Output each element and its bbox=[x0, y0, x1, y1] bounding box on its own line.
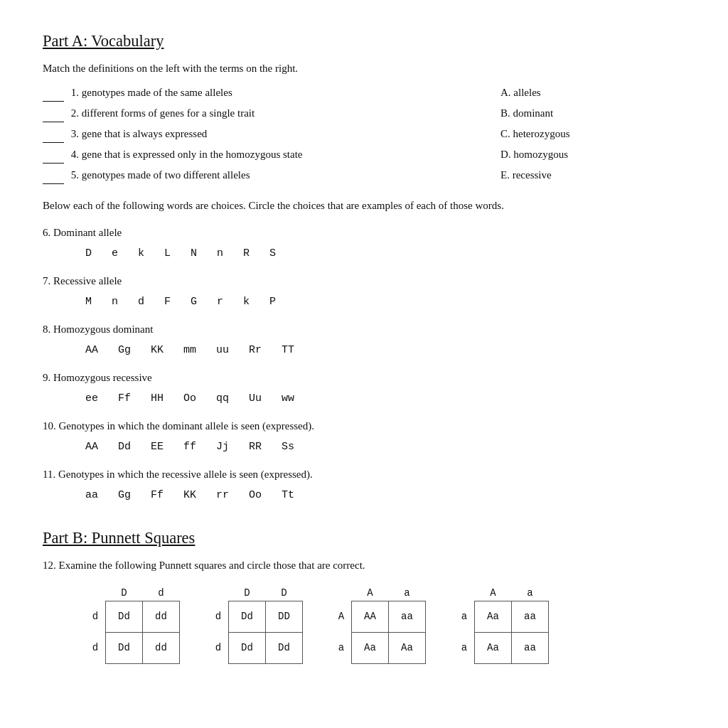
punnett-col-header: D bbox=[229, 585, 266, 601]
circle-questions: 6. Dominant alleleDekLNnRS7. Recessive a… bbox=[43, 224, 685, 504]
choice-item: d bbox=[138, 294, 144, 311]
punnett-cell: Dd bbox=[106, 601, 143, 633]
answer-blank[interactable] bbox=[43, 166, 64, 184]
vocab-letter: C. bbox=[500, 128, 510, 139]
punnett-table-row: AAaa bbox=[352, 601, 426, 633]
punnett-cell: aa bbox=[389, 601, 426, 633]
punnett-col-header: D bbox=[266, 585, 303, 601]
choice-item: mm bbox=[183, 342, 196, 359]
punnett-table-row: Aaaa bbox=[475, 633, 549, 664]
punnett-row-labels: aa bbox=[454, 601, 474, 664]
punnett-header-row: Aa bbox=[455, 585, 549, 601]
vocab-left: 5. genotypes made of two different allel… bbox=[43, 166, 500, 184]
answer-blank[interactable] bbox=[43, 105, 64, 122]
choices-row: eeFfHHOoqqUuww bbox=[85, 390, 685, 407]
vocab-row: 2. different forms of genes for a single… bbox=[43, 105, 685, 122]
choice-item: KK bbox=[151, 342, 164, 359]
q-label-text: Recessive allele bbox=[53, 275, 122, 287]
vocab-definition: gene that is always expressed bbox=[82, 128, 208, 139]
punnett-cell: Dd bbox=[106, 633, 143, 664]
vocab-letter: B. bbox=[500, 107, 510, 119]
punnett-body: aaAaaaAaaa bbox=[454, 601, 549, 664]
punnett-row-label: a bbox=[331, 632, 351, 663]
circle-question-group: 9. Homozygous recessiveeeFfHHOoqqUuww bbox=[43, 369, 685, 407]
punnett-col-header: D bbox=[106, 585, 143, 601]
vocab-definition: different forms of genes for a single tr… bbox=[82, 107, 255, 119]
q-label-text: Homozygous recessive bbox=[53, 372, 152, 383]
choice-item: N bbox=[191, 245, 197, 262]
choice-item: KK bbox=[183, 487, 196, 504]
punnett-row-label: a bbox=[454, 601, 474, 632]
punnett-body: AaAAaaAaAa bbox=[331, 601, 426, 664]
punnett-grids-container: DdddDdddDdddDDddDdDDDdDdAaAaAAaaAaAaAaaa… bbox=[85, 585, 685, 664]
q-number: 7. bbox=[43, 275, 50, 287]
choice-item: k bbox=[243, 294, 250, 311]
choice-item: F bbox=[164, 294, 171, 311]
vocab-number: 4. bbox=[71, 149, 79, 160]
punnett-row-labels: dd bbox=[85, 601, 105, 664]
below-instruction: Below each of the following words are ch… bbox=[43, 197, 685, 214]
part-b-title: Part B: Punnett Squares bbox=[43, 525, 195, 551]
punnett-cell: aa bbox=[512, 601, 549, 633]
punnett-table-row: Dddd bbox=[106, 601, 180, 633]
punnett-col-header: A bbox=[475, 585, 512, 601]
punnett-cell: Aa bbox=[475, 601, 512, 633]
choice-item: Tt bbox=[282, 487, 294, 504]
choice-item: EE bbox=[151, 439, 164, 456]
vocab-right: B. dominant bbox=[500, 105, 685, 122]
choices-row: aaGgFfKKrrOoTt bbox=[85, 487, 685, 504]
answer-blank[interactable] bbox=[43, 125, 64, 143]
punnett-row-label: a bbox=[454, 632, 474, 663]
vocab-left: 1. genotypes made of the same alleles bbox=[43, 84, 500, 102]
vocab-right: A. alleles bbox=[500, 84, 685, 101]
vocab-right: E. recessive bbox=[500, 166, 685, 183]
choice-item: e bbox=[112, 245, 118, 262]
question-label: 10. Genotypes in which the dominant alle… bbox=[43, 417, 685, 434]
punnett-cell: dd bbox=[143, 601, 180, 633]
part-b-section: Part B: Punnett Squares 12. Examine the … bbox=[43, 525, 685, 664]
punnett-cell: AA bbox=[352, 601, 389, 633]
punnett-cell: Aa bbox=[475, 633, 512, 664]
punnett-body: ddDdDDDdDd bbox=[208, 601, 303, 664]
answer-blank[interactable] bbox=[43, 84, 64, 102]
vocab-left: 2. different forms of genes for a single… bbox=[43, 105, 500, 122]
choice-item: Ss bbox=[282, 439, 294, 456]
vocab-row: 4. gene that is expressed only in the ho… bbox=[43, 146, 685, 164]
choice-item: Ff bbox=[151, 487, 164, 504]
choice-item: aa bbox=[85, 487, 98, 504]
choices-row: MndFGrkP bbox=[85, 294, 685, 311]
choice-item: AA bbox=[85, 439, 98, 456]
choice-item: Oo bbox=[183, 390, 196, 407]
vocab-left: 4. gene that is expressed only in the ho… bbox=[43, 146, 500, 164]
vocab-number: 5. bbox=[71, 169, 79, 181]
choice-item: k bbox=[138, 245, 144, 262]
punnett-body: ddDdddDddd bbox=[85, 601, 180, 664]
choice-item: ee bbox=[85, 390, 98, 407]
punnett-row-label: A bbox=[331, 601, 351, 632]
answer-blank[interactable] bbox=[43, 146, 64, 164]
vocab-number: 3. bbox=[71, 128, 79, 139]
punnett-corner bbox=[455, 585, 475, 601]
punnett-grid-3: AaAaAAaaAaAa bbox=[331, 585, 426, 664]
question-label: 11. Genotypes in which the recessive all… bbox=[43, 466, 685, 483]
vocab-left: 3. gene that is always expressed bbox=[43, 125, 500, 143]
vocab-number: 1. bbox=[71, 87, 79, 98]
choice-item: TT bbox=[282, 342, 294, 359]
vocab-row: 3. gene that is always expressed C. hete… bbox=[43, 125, 685, 143]
choice-item: P bbox=[269, 294, 276, 311]
choice-item: R bbox=[243, 245, 250, 262]
choice-item: Gg bbox=[118, 342, 131, 359]
punnett-cell: Dd bbox=[266, 633, 303, 664]
q-number: 11. bbox=[43, 469, 55, 480]
question-label: 9. Homozygous recessive bbox=[43, 369, 685, 386]
punnett-table-row: DdDd bbox=[229, 633, 303, 664]
choices-row: DekLNnRS bbox=[85, 245, 685, 262]
q-number: 8. bbox=[43, 323, 50, 335]
choice-item: M bbox=[85, 294, 92, 311]
choice-item: G bbox=[191, 294, 197, 311]
vocab-term: homozygous bbox=[513, 149, 568, 160]
punnett-table: DdDDDdDd bbox=[228, 601, 303, 664]
punnett-header-row: Dd bbox=[86, 585, 180, 601]
punnett-header-row: Aa bbox=[332, 585, 426, 601]
punnett-cell: Dd bbox=[229, 633, 266, 664]
